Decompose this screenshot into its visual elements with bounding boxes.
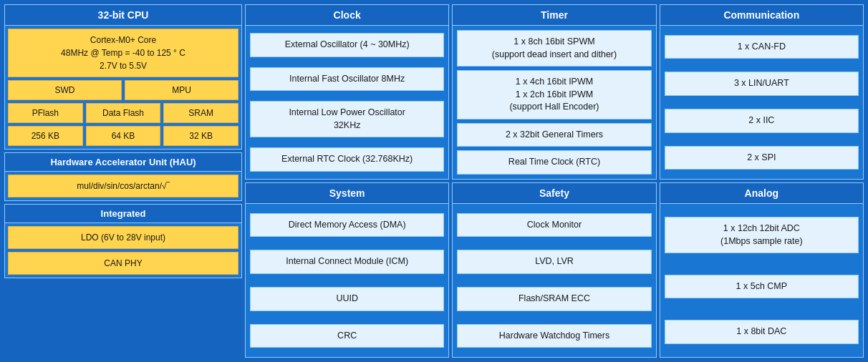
communication-item-3: 2 x SPI <box>665 146 859 170</box>
communication-item-1: 3 x LIN/UART <box>665 72 859 96</box>
clock-body: External Oscillator (4 ~ 30MHz) Internal… <box>246 26 448 179</box>
communication-item-2: 2 x IIC <box>665 109 859 133</box>
system-item-2: UUID <box>250 287 444 311</box>
cpu-row3: 256 KB 64 KB 32 KB <box>8 126 238 146</box>
analog-header: Analog <box>660 183 863 204</box>
timer-body: 1 x 8ch 16bit SPWM (support dead insert … <box>453 26 655 179</box>
left-column: 32-bit CPU Cortex-M0+ Core 48MHz @ Temp … <box>1 1 245 361</box>
cpu-swd: SWD <box>8 80 122 100</box>
cpu-body: Cortex-M0+ Core 48MHz @ Temp = -40 to 12… <box>5 26 241 149</box>
communication-section: Communication 1 x CAN-FD 3 x LIN/UART 2 … <box>660 4 864 180</box>
clock-item-0: External Oscillator (4 ~ 30MHz) <box>250 33 444 57</box>
cpu-dataflash: Data Flash <box>86 103 161 123</box>
cpu-header: 32-bit CPU <box>5 5 241 26</box>
integrated-item-0: LDO (6V to 28V input) <box>8 226 238 249</box>
timer-item-3: Real Time Clock (RTC) <box>457 150 651 175</box>
system-item-3: CRC <box>250 324 444 348</box>
cpu-section: 32-bit CPU Cortex-M0+ Core 48MHz @ Temp … <box>4 4 242 150</box>
analog-item-0: 1 x 12ch 12bit ADC (1Mbps sample rate) <box>665 217 859 253</box>
analog-item-1: 1 x 5ch CMP <box>665 275 859 299</box>
safety-section: Safety Clock Monitor LVD, LVR Flash/SRAM… <box>452 182 656 358</box>
communication-item-0: 1 x CAN-FD <box>665 35 859 59</box>
hau-header: Hardware Accelerator Unit (HAU) <box>5 153 241 172</box>
timer-section: Timer 1 x 8ch 16bit SPWM (support dead i… <box>452 4 656 180</box>
integrated-item-1: CAN PHY <box>8 252 238 275</box>
timer-item-0: 1 x 8ch 16bit SPWM (support dead insert … <box>457 30 651 67</box>
cpu-256kb: 256 KB <box>8 126 83 146</box>
cpu-sram: SRAM <box>163 103 238 123</box>
cpu-32kb: 32 KB <box>163 126 238 146</box>
clock-item-3: External RTC Clock (32.768KHz) <box>250 147 444 172</box>
clock-item-1: Internal Fast Oscillator 8MHz <box>250 67 444 92</box>
clock-section: Clock External Oscillator (4 ~ 30MHz) In… <box>245 4 449 180</box>
timer-item-1: 1 x 4ch 16bit IPWM 1 x 2ch 16bit IPWM (s… <box>457 70 651 119</box>
right-area: Clock External Oscillator (4 ~ 30MHz) In… <box>245 1 867 361</box>
analog-body: 1 x 12ch 12bit ADC (1Mbps sample rate) 1… <box>660 204 863 357</box>
integrated-body: LDO (6V to 28V input) CAN PHY <box>5 223 241 278</box>
system-item-0: Direct Memory Access (DMA) <box>250 213 444 238</box>
hau-formula: mul/div/sin/cos/arctan/√‾ <box>8 175 238 197</box>
cpu-row2: PFlash Data Flash SRAM <box>8 103 238 123</box>
cpu-info: Cortex-M0+ Core 48MHz @ Temp = -40 to 12… <box>8 29 238 77</box>
safety-body: Clock Monitor LVD, LVR Flash/SRAM ECC Ha… <box>453 204 655 357</box>
system-item-1: Internal Connect Module (ICM) <box>250 250 444 274</box>
cpu-row1: SWD MPU <box>8 80 238 100</box>
safety-item-1: LVD, LVR <box>457 250 651 274</box>
system-section: System Direct Memory Access (DMA) Intern… <box>245 182 449 358</box>
timer-item-2: 2 x 32bit General Timers <box>457 123 651 147</box>
safety-item-2: Flash/SRAM ECC <box>457 287 651 311</box>
safety-item-3: Hardware Watchdog Timers <box>457 324 651 348</box>
system-header: System <box>246 183 448 204</box>
safety-header: Safety <box>453 183 655 204</box>
system-body: Direct Memory Access (DMA) Internal Conn… <box>246 204 448 357</box>
cpu-mpu: MPU <box>125 80 238 100</box>
clock-header: Clock <box>246 5 448 26</box>
hau-body: mul/div/sin/cos/arctan/√‾ <box>5 172 241 200</box>
main-container: 32-bit CPU Cortex-M0+ Core 48MHz @ Temp … <box>0 0 868 362</box>
integrated-section: Integrated LDO (6V to 28V input) CAN PHY <box>4 204 242 278</box>
integrated-header: Integrated <box>5 205 241 223</box>
hau-section: Hardware Accelerator Unit (HAU) mul/div/… <box>4 152 242 201</box>
cpu-pflash: PFlash <box>8 103 83 123</box>
clock-item-2: Internal Low Power Oscillator 32KHz <box>250 101 444 137</box>
timer-header: Timer <box>453 5 655 26</box>
communication-body: 1 x CAN-FD 3 x LIN/UART 2 x IIC 2 x SPI <box>660 26 863 179</box>
safety-item-0: Clock Monitor <box>457 213 651 238</box>
analog-item-2: 1 x 8bit DAC <box>665 320 859 344</box>
cpu-64kb: 64 KB <box>86 126 161 146</box>
analog-section: Analog 1 x 12ch 12bit ADC (1Mbps sample … <box>660 182 864 358</box>
communication-header: Communication <box>660 5 863 26</box>
